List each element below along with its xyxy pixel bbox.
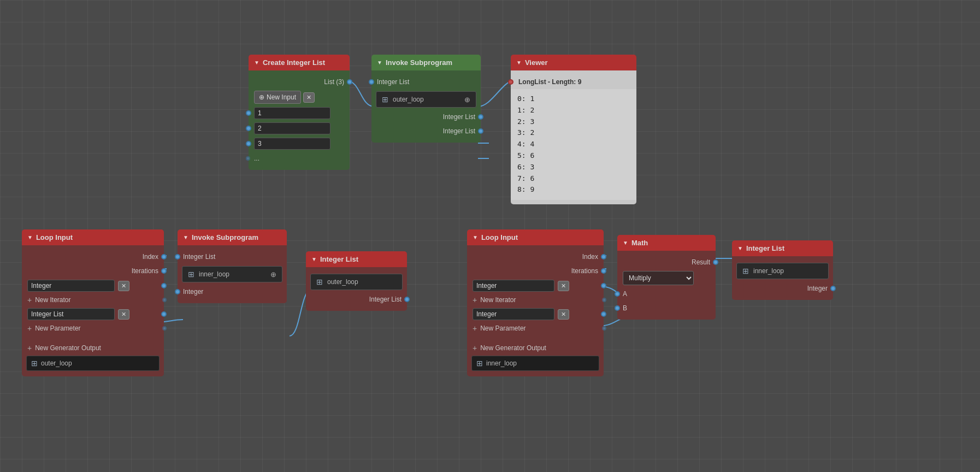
create-integer-list-header[interactable]: ▼ Create Integer List [249,55,350,70]
node-title: Viewer [525,58,548,67]
new-iterator-label: New Iterator [35,296,70,304]
integer-list-middle-header[interactable]: ▼ Integer List [306,251,407,267]
output-label: List (3) [324,78,344,86]
iterator-port[interactable] [161,283,167,288]
output-port-2[interactable] [478,128,483,134]
subprogram-box: ⊞ outer_loop [310,274,403,290]
operation-select[interactable]: Multiply Add Subtract Divide [623,271,694,285]
output-port-list[interactable] [347,79,352,85]
iterations-port[interactable] [601,268,606,274]
iterations-label: Iterations [132,267,158,275]
output-label-2: Integer List [443,127,475,135]
gen-output-box: ⊞ inner_loop [471,356,599,371]
parameter-port[interactable] [161,311,167,317]
input-port-2[interactable] [246,126,251,131]
subprogram-name: inner_loop [199,270,229,278]
output-port-integer[interactable] [175,289,180,294]
viewer-value-4: 4: 4 [517,139,630,150]
parameter-port[interactable] [601,311,606,317]
node-title: Integer List [320,255,358,263]
invoke-subprogram-bottom-body: Integer List ⊞ inner_loop ⊕ Integer [178,245,287,303]
input-port[interactable] [369,79,374,85]
plus-icon: ⊕ [259,93,264,101]
output-row-1: Integer List [371,110,481,124]
iterator-field[interactable] [473,280,554,292]
result-port[interactable] [713,259,718,265]
index-port[interactable] [161,254,167,259]
add-input-row: ⊕ New Input ✕ [249,89,350,105]
output-row: Integer [732,281,833,296]
add-input-button[interactable]: ⊕ New Input [254,91,301,104]
iterator-port[interactable] [601,283,606,288]
add-gen-output-icon[interactable]: + [473,344,477,352]
input-port-3[interactable] [246,141,251,146]
viewer-value-5: 5: 6 [517,150,630,162]
iterator-field-container: ✕ [27,280,129,292]
add-iterator-icon[interactable]: + [473,296,477,304]
viewer-value-7: 7: 6 [517,173,630,185]
node-title: Invoke Subprogram [386,58,452,67]
integer-list-middle-body: ⊞ outer_loop Integer List [306,267,407,311]
subprogram-name: outer_loop [393,96,424,103]
loop-input-right-header[interactable]: ▼ Loop Input [467,229,604,245]
export-button[interactable]: ⊕ [270,270,276,279]
input-b-port[interactable] [615,305,620,311]
math-header[interactable]: ▼ Math [617,235,716,251]
output-port[interactable] [404,297,410,302]
subprogram-icon: ⊞ [382,95,388,104]
new-parameter-label: New Parameter [35,324,80,332]
export-button[interactable]: ⊕ [464,96,470,104]
result-label: Result [692,258,710,266]
remove-input-button[interactable]: ✕ [303,92,315,103]
input-field-1[interactable] [254,107,330,119]
ellipsis: ... [254,155,259,162]
input-row-2 [249,121,350,136]
node-title: Create Integer List [263,58,325,67]
invoke-subprogram-bottom-header[interactable]: ▼ Invoke Subprogram [178,229,287,245]
input-port-1[interactable] [246,110,251,116]
remove-iterator-button[interactable]: ✕ [118,281,129,291]
index-port[interactable] [601,254,606,259]
viewer-header[interactable]: ▼ Viewer [511,55,636,70]
add-parameter-icon[interactable]: + [473,324,477,333]
output-port[interactable] [830,286,836,291]
subprogram-icon: ⊞ [742,267,749,275]
collapse-arrow: ▼ [623,240,628,246]
loop-input-left-header[interactable]: ▼ Loop Input [22,229,164,245]
add-parameter-icon[interactable]: + [27,324,32,333]
integer-list-right-node: ▼ Integer List ⊞ inner_loop Integer [732,240,833,300]
iterator-field[interactable] [27,280,115,292]
new-parameter-row: + New Parameter [467,322,604,335]
remove-parameter-button[interactable]: ✕ [118,309,129,320]
viewer-value-1: 1: 2 [517,105,630,116]
viewer-node: ▼ Viewer LongList - Length: 9 0: 1 1: 2 … [511,55,636,204]
input-row-1 [249,105,350,121]
output-label-1: Integer List [443,113,475,121]
output-port-1[interactable] [478,114,483,120]
viewer-values: 0: 1 1: 2 2: 3 3: 2 4: 4 5: 6 6: 3 7: 6 … [511,89,636,200]
remove-parameter-button[interactable]: ✕ [558,309,569,320]
add-gen-output-icon[interactable]: + [27,344,32,352]
input-field-2[interactable] [254,122,330,134]
create-integer-list-body: List (3) ⊕ New Input ✕ ... [249,70,350,170]
parameter-field[interactable] [473,308,554,320]
remove-iterator-button[interactable]: ✕ [558,281,569,291]
iterations-port[interactable] [161,268,167,274]
integer-list-middle-node: ▼ Integer List ⊞ outer_loop Integer List [306,251,407,311]
viewer-input-port[interactable] [508,79,513,85]
input-field-3[interactable] [254,138,330,150]
collapse-arrow: ▼ [737,245,743,251]
invoke-subprogram-top-header[interactable]: ▼ Invoke Subprogram [371,55,481,70]
add-iterator-icon[interactable]: + [27,296,32,304]
input-b-row: B [617,301,716,315]
subprogram-icon: ⊞ [188,270,194,279]
input-a-port[interactable] [615,291,620,297]
integer-list-right-header[interactable]: ▼ Integer List [732,240,833,256]
math-node: ▼ Math Result Multiply Add Subtract Divi… [617,235,716,320]
parameter-field[interactable] [27,308,115,320]
loop-input-left-node: ▼ Loop Input Index Iterations ✕ + New It… [22,229,164,376]
input-port[interactable] [175,254,180,259]
input-a-label: A [623,290,627,298]
parameter-field-row: ✕ [467,306,604,322]
output-row-2: Integer List [371,124,481,138]
